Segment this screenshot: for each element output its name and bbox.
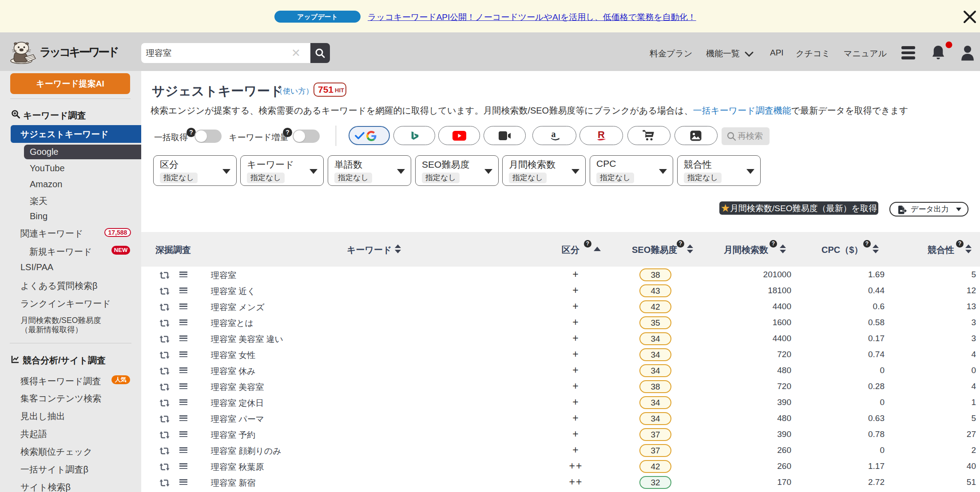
- svg-text:R: R: [598, 130, 605, 140]
- svg-text:a: a: [551, 130, 556, 139]
